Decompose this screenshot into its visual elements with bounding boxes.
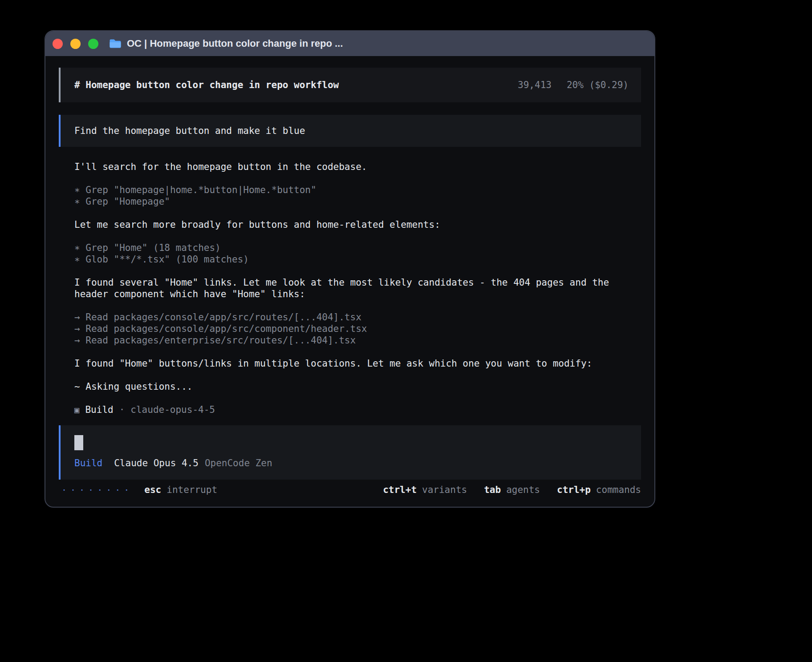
- tool-call-grep: ∗ Grep "Homepage": [74, 196, 626, 207]
- key-ctrl-t: ctrl+t: [383, 484, 417, 495]
- status-bar: ········ esc interrupt ctrl+t variants t…: [59, 484, 641, 495]
- terminal-content: # Homepage button color change in repo w…: [45, 56, 654, 507]
- agent-status-line: ▣ Build · claude-opus-4-5: [74, 404, 626, 416]
- shortcut-commands: ctrl+p commands: [557, 484, 641, 495]
- minimize-button[interactable]: [70, 39, 81, 49]
- assistant-message: I'll search for the homepage button in t…: [74, 161, 626, 173]
- status-left: ········ esc interrupt: [61, 484, 217, 495]
- terminal-window: OC | Homepage button color change in rep…: [45, 30, 655, 508]
- agent-icon: ▣: [74, 404, 79, 416]
- key-esc-label: interrupt: [166, 484, 217, 495]
- assistant-message: Let me search more broadly for buttons a…: [74, 219, 626, 230]
- status-right: ctrl+t variants tab agents ctrl+p comman…: [366, 484, 641, 495]
- key-ctrl-p: ctrl+p: [557, 484, 591, 495]
- assistant-activity: ~ Asking questions...: [74, 381, 626, 392]
- agent-name: Build: [85, 404, 113, 416]
- close-button[interactable]: [53, 39, 63, 49]
- zoom-button[interactable]: [88, 39, 98, 49]
- user-message-text: Find the homepage button and make it blu…: [74, 125, 305, 136]
- tool-call-grep: ∗ Grep "Home" (18 matches): [74, 242, 626, 254]
- tool-call-grep: ∗ Grep "homepage|home.*button|Home.*butt…: [74, 184, 626, 196]
- input-line[interactable]: [74, 435, 629, 450]
- provider-label: OpenCode Zen: [205, 458, 272, 468]
- tool-call-group: ∗ Grep "homepage|home.*button|Home.*butt…: [74, 184, 626, 207]
- input-meta: Build Claude Opus 4.5 OpenCode Zen: [74, 458, 629, 468]
- agent-model: claude-opus-4-5: [130, 404, 215, 416]
- session-stats: 39,413 20% ($0.29): [518, 80, 629, 90]
- folder-icon: [109, 39, 122, 48]
- tool-call-group: ∗ Grep "Home" (18 matches) ∗ Glob "**/*.…: [74, 242, 626, 265]
- assistant-message: I found "Home" buttons/links in multiple…: [74, 358, 626, 369]
- session-header: # Homepage button color change in repo w…: [59, 68, 641, 102]
- mode-label[interactable]: Build: [74, 458, 102, 468]
- assistant-message: I found several "Home" links. Let me loo…: [74, 277, 626, 300]
- text-cursor: [74, 435, 83, 450]
- shortcut-agents: tab agents: [484, 484, 540, 495]
- context-usage: 20% ($0.29): [567, 80, 629, 90]
- spinner-dots: ········: [61, 484, 133, 495]
- window-title: OC | Homepage button color change in rep…: [127, 38, 343, 49]
- key-esc: esc: [144, 484, 161, 495]
- key-ctrl-p-label: commands: [596, 484, 641, 495]
- prompt-input[interactable]: Build Claude Opus 4.5 OpenCode Zen: [59, 425, 641, 480]
- tool-call-read: → Read packages/console/app/src/routes/[…: [74, 311, 626, 323]
- tool-call-glob: ∗ Glob "**/*.tsx" (100 matches): [74, 254, 626, 265]
- key-tab-label: agents: [506, 484, 540, 495]
- key-ctrl-t-label: variants: [422, 484, 467, 495]
- traffic-lights: [53, 39, 98, 49]
- token-count: 39,413: [518, 80, 552, 90]
- key-tab: tab: [484, 484, 501, 495]
- tool-call-read: → Read packages/console/app/src/componen…: [74, 323, 626, 335]
- titlebar[interactable]: OC | Homepage button color change in rep…: [45, 31, 654, 56]
- model-label[interactable]: Claude Opus 4.5: [114, 458, 199, 468]
- separator-dot: ·: [119, 404, 125, 416]
- tool-call-read: → Read packages/enterprise/src/routes/[.…: [74, 335, 626, 346]
- tool-call-group: → Read packages/console/app/src/routes/[…: [74, 311, 626, 346]
- session-title: # Homepage button color change in repo w…: [74, 80, 339, 90]
- shortcut-variants: ctrl+t variants: [383, 484, 467, 495]
- user-message: Find the homepage button and make it blu…: [59, 115, 641, 147]
- transcript: I'll search for the homepage button in t…: [74, 161, 626, 416]
